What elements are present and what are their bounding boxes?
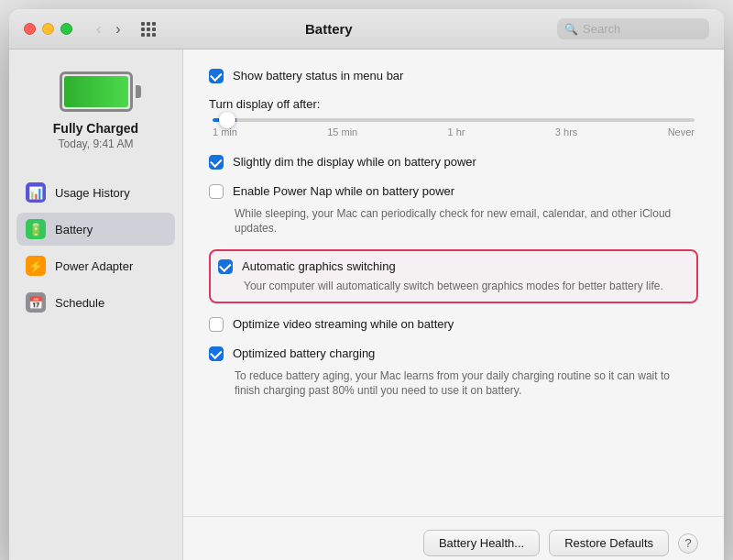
maximize-button[interactable] xyxy=(60,23,72,35)
close-button[interactable] xyxy=(24,23,36,35)
bottom-bar: Battery Health... Restore Defaults ? xyxy=(183,516,724,560)
battery-health-button[interactable]: Battery Health... xyxy=(423,530,540,556)
auto-graphics-row: Automatic graphics switching xyxy=(218,258,689,275)
battery-icon xyxy=(60,71,133,112)
optimized-charging-row: Optimized battery charging xyxy=(209,346,698,362)
dim-display-row: Slightly dim the display while on batter… xyxy=(209,154,698,170)
sidebar-item-schedule[interactable]: 📅 Schedule xyxy=(16,286,175,319)
schedule-icon: 📅 xyxy=(26,292,46,313)
display-off-slider-section: Turn display off after: 1 min 15 min 1 h… xyxy=(209,97,698,137)
optimize-video-row: Optimize video streaming while on batter… xyxy=(209,316,698,333)
optimized-charging-label: Optimized battery charging xyxy=(233,346,375,362)
detail-pane: Show battery status in menu bar Turn dis… xyxy=(183,49,724,516)
slider-ticks: 1 min 15 min 1 hr 3 hrs Never xyxy=(213,126,695,137)
help-button[interactable]: ? xyxy=(678,533,698,554)
show-battery-status-row: Show battery status in menu bar xyxy=(209,68,698,84)
sidebar-item-power-adapter[interactable]: ⚡ Power Adapter xyxy=(16,249,175,282)
sidebar-item-battery[interactable]: 🔋 Battery xyxy=(16,213,175,246)
battery-icon-sidebar: 🔋 xyxy=(26,219,46,239)
sidebar: Fully Charged Today, 9:41 AM 📊 Usage His… xyxy=(9,49,183,560)
titlebar: ‹ › Battery 🔍 xyxy=(9,9,724,49)
optimize-video-label: Optimize video streaming while on batter… xyxy=(233,316,454,333)
tick-1hr: 1 hr xyxy=(448,126,465,137)
sidebar-item-schedule-label: Schedule xyxy=(55,296,104,310)
auto-graphics-section: Automatic graphics switching Your comput… xyxy=(209,249,698,303)
slider-container: 1 min 15 min 1 hr 3 hrs Never xyxy=(213,118,695,137)
power-nap-label: Enable Power Nap while on battery power xyxy=(233,183,454,200)
sidebar-item-usage-history-label: Usage History xyxy=(55,186,130,200)
show-battery-status-label: Show battery status in menu bar xyxy=(233,68,403,84)
display-off-label: Turn display off after: xyxy=(209,97,698,111)
search-icon: 🔍 xyxy=(564,23,578,36)
battery-fill xyxy=(64,76,128,107)
back-button[interactable]: ‹ xyxy=(91,19,106,39)
auto-graphics-desc: Your computer will automatically switch … xyxy=(244,279,689,294)
sidebar-item-usage-history[interactable]: 📊 Usage History xyxy=(16,176,175,209)
power-adapter-icon: ⚡ xyxy=(26,256,46,276)
restore-defaults-button[interactable]: Restore Defaults xyxy=(549,530,669,556)
power-nap-desc: While sleeping, your Mac can periodicall… xyxy=(235,206,698,237)
usage-history-icon: 📊 xyxy=(26,182,46,203)
slider-thumb[interactable] xyxy=(219,112,235,128)
dim-display-label: Slightly dim the display while on batter… xyxy=(233,154,476,170)
tick-3hrs: 3 hrs xyxy=(555,126,577,137)
optimized-charging-checkbox[interactable] xyxy=(209,346,224,361)
tick-never: Never xyxy=(668,126,695,137)
power-nap-checkbox[interactable] xyxy=(209,184,224,199)
power-nap-row: Enable Power Nap while on battery power xyxy=(209,183,698,200)
system-preferences-window: ‹ › Battery 🔍 xyxy=(9,9,724,560)
traffic-lights xyxy=(24,23,72,35)
main-content: Fully Charged Today, 9:41 AM 📊 Usage His… xyxy=(9,49,724,560)
battery-status-label: Fully Charged xyxy=(53,121,138,136)
sidebar-item-power-adapter-label: Power Adapter xyxy=(55,259,133,273)
battery-status-sublabel: Today, 9:41 AM xyxy=(59,137,134,150)
window-title: Battery xyxy=(112,21,546,37)
search-input[interactable] xyxy=(583,22,702,36)
minimize-button[interactable] xyxy=(42,23,54,35)
search-box[interactable]: 🔍 xyxy=(557,18,709,39)
optimize-video-checkbox[interactable] xyxy=(209,317,224,332)
optimized-charging-desc: To reduce battery aging, your Mac learns… xyxy=(235,368,698,400)
battery-tip xyxy=(136,85,141,98)
auto-graphics-checkbox[interactable] xyxy=(218,259,233,274)
dim-display-checkbox[interactable] xyxy=(209,155,224,170)
slider-track[interactable] xyxy=(213,118,695,122)
sidebar-item-battery-label: Battery xyxy=(55,223,93,236)
battery-status-summary: Fully Charged Today, 9:41 AM xyxy=(16,64,175,165)
tick-15min: 15 min xyxy=(327,126,357,137)
auto-graphics-label: Automatic graphics switching xyxy=(242,258,396,275)
show-battery-status-checkbox[interactable] xyxy=(209,69,224,83)
battery-icon-container xyxy=(60,71,133,112)
